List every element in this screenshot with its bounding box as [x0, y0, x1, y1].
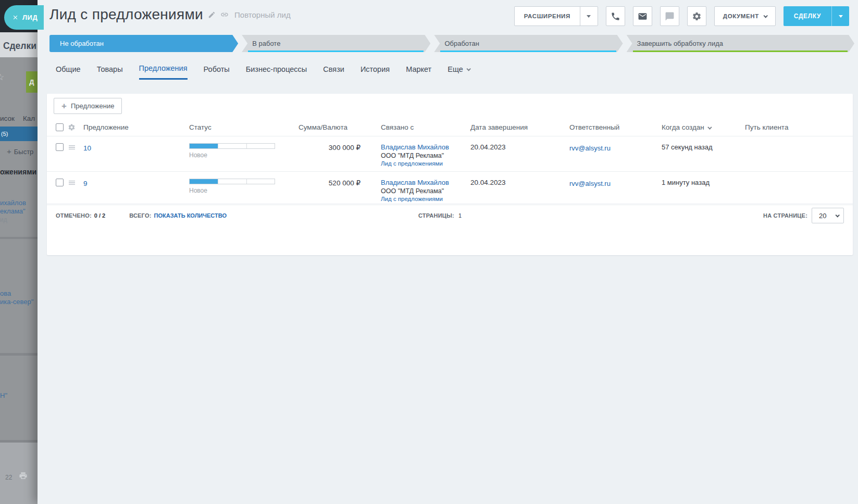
status-progress-bar[interactable] — [189, 143, 275, 149]
stage-underline — [440, 51, 616, 52]
offer-status-cell: Новое — [189, 179, 299, 194]
table-header-row: Предложение Статус Сумма/Валюта Связано … — [47, 119, 853, 136]
column-header-responsible[interactable]: Ответственный — [569, 123, 662, 131]
column-header-amount[interactable]: Сумма/Валюта — [299, 123, 381, 131]
offers-card: + Предложение Предложение Статус Сумма/В… — [47, 94, 853, 255]
offer-created: 1 минуту назад — [662, 179, 745, 186]
background-link[interactable]: ова — [0, 289, 11, 297]
table-footer: ОТМЕЧЕНО: 0 / 2 ВСЕГО: ПОКАЗАТЬ КОЛИЧЕСТ… — [47, 205, 853, 226]
email-button[interactable] — [633, 6, 652, 26]
offer-created: 57 секунд назад — [662, 143, 745, 151]
tab-market[interactable]: Маркет — [406, 64, 431, 80]
column-header-status[interactable]: Статус — [189, 123, 299, 131]
column-header-name[interactable]: Предложение — [83, 123, 189, 131]
tab-offers[interactable]: Предложения — [139, 64, 188, 80]
column-header-client-path[interactable]: Путь клиента — [745, 123, 853, 131]
create-deal-button[interactable]: СДЕЛКУ — [784, 6, 849, 26]
call-button[interactable] — [606, 6, 625, 26]
responsible-link[interactable]: rvv@alsyst.ru — [569, 180, 611, 187]
stage-underline — [248, 51, 424, 52]
document-button[interactable]: ДОКУМЕНТ — [714, 6, 776, 26]
tab-products[interactable]: Товары — [97, 64, 123, 80]
offer-related-cell: Владислав Михайлов ООО "МТД Реклама" Лид… — [381, 179, 470, 202]
background-footer-number: 22 — [5, 474, 12, 481]
chat-button[interactable] — [660, 6, 679, 26]
edit-title-icon[interactable] — [208, 11, 216, 19]
tab-business-processes[interactable]: Бизнес-процессы — [246, 64, 307, 80]
show-count-link[interactable]: ПОКАЗАТЬ КОЛИЧЕСТВО — [154, 212, 227, 219]
extensions-dropdown-arrow[interactable] — [580, 7, 598, 26]
status-progress-fill — [190, 179, 218, 184]
status-label: Новое — [189, 187, 299, 194]
background-link[interactable]: Н" — [0, 392, 7, 399]
hamburger-icon — [68, 143, 76, 152]
row-menu-button[interactable] — [68, 179, 83, 187]
checked-label: ОТМЕЧЕНО: — [56, 212, 92, 219]
column-header-related[interactable]: Связано с — [381, 123, 470, 131]
related-contact-link[interactable]: Владислав Михайлов — [381, 143, 470, 151]
background-link[interactable]: ихайлов — [0, 199, 26, 207]
background-quick-add[interactable]: +Быстр — [7, 147, 33, 156]
related-lead-link[interactable]: Лид с предложениями — [381, 160, 470, 167]
background-card-heading: ожениями — [0, 168, 36, 176]
background-add-button[interactable]: Д — [26, 71, 38, 93]
stage-not-processed[interactable]: Не обработан — [49, 35, 238, 52]
offers-table: Предложение Статус Сумма/Валюта Связано … — [47, 119, 853, 204]
column-header-close-date[interactable]: Дата завершения — [470, 123, 569, 131]
select-all-checkbox[interactable] — [56, 123, 64, 131]
background-page-title: Сделки — [3, 41, 36, 52]
close-icon — [12, 14, 19, 21]
related-company: ООО "МТД Реклама" — [381, 152, 470, 159]
tab-robots[interactable]: Роботы — [204, 64, 230, 80]
related-lead-link[interactable]: Лид с предложениями — [381, 196, 470, 202]
phone-icon — [611, 11, 620, 21]
extensions-button[interactable]: РАСШИРЕНИЯ — [514, 6, 598, 26]
add-offer-button[interactable]: + Предложение — [54, 98, 122, 114]
copy-link-icon[interactable] — [220, 10, 229, 19]
settings-button[interactable] — [687, 6, 706, 26]
stage-in-progress[interactable]: В работе — [242, 35, 430, 52]
offer-amount: 520 000 ₽ — [299, 179, 381, 187]
grid-settings-button[interactable] — [68, 123, 83, 131]
offer-close-date: 20.04.2023 — [470, 143, 569, 151]
background-selected-row[interactable]: (5) — [0, 127, 38, 141]
pages-value[interactable]: 1 — [458, 212, 462, 219]
row-menu-button[interactable] — [68, 143, 83, 152]
caret-down-icon — [587, 15, 591, 18]
background-text: ид — [0, 216, 7, 223]
background-link[interactable]: ика-север" — [0, 298, 33, 306]
stage-label: Обработан — [444, 40, 479, 47]
printer-icon[interactable] — [19, 471, 28, 482]
add-offer-label: Предложение — [71, 102, 115, 110]
tab-general[interactable]: Общие — [56, 64, 81, 80]
column-header-created[interactable]: Когда создан — [662, 123, 745, 131]
row-checkbox[interactable] — [56, 179, 64, 186]
background-page-body: ☆ Д исок Кал (5) +Быстр ожениями ихайлов… — [0, 57, 38, 504]
deal-dropdown-arrow[interactable] — [831, 6, 849, 26]
lead-slider-panel: Лид с предложениями Повторный лид РАСШИР… — [38, 0, 858, 504]
stage-underline — [633, 51, 848, 52]
background-tab-list[interactable]: исок — [0, 115, 15, 122]
divider — [0, 237, 38, 239]
stage-finish-processing[interactable]: Завершить обработку лида — [627, 35, 854, 52]
status-progress-bar[interactable] — [189, 179, 275, 184]
background-link[interactable]: еклама" — [0, 207, 26, 215]
tab-history[interactable]: История — [360, 64, 390, 80]
row-checkbox[interactable] — [56, 143, 64, 151]
stage-label: Завершить обработку лида — [637, 40, 723, 47]
offer-id-link[interactable]: 9 — [83, 180, 88, 187]
slider-close-chip[interactable]: ЛИД — [4, 5, 44, 30]
background-tab-calendar[interactable]: Кал — [23, 115, 35, 122]
tab-more[interactable]: Еще — [447, 64, 470, 80]
per-page-select[interactable]: 20 — [812, 208, 844, 223]
pages-label: СТРАНИЦЫ: — [418, 212, 454, 219]
offer-id-link[interactable]: 10 — [83, 144, 91, 152]
background-counter: (5) — [1, 131, 8, 137]
plus-icon: + — [7, 147, 11, 156]
responsible-link[interactable]: rvv@alsyst.ru — [569, 144, 611, 152]
stage-processed[interactable]: Обработан — [434, 35, 623, 52]
offer-related-cell: Владислав Михайлов ООО "МТД Реклама" Лид… — [381, 143, 470, 167]
related-contact-link[interactable]: Владислав Михайлов — [381, 179, 470, 186]
tab-connections[interactable]: Связи — [323, 64, 344, 80]
caret-down-icon — [839, 15, 843, 18]
